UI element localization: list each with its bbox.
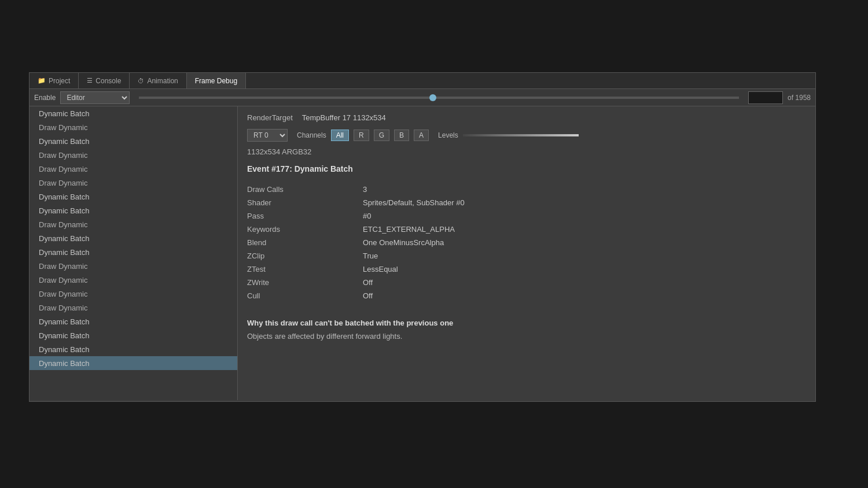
list-item[interactable]: Dynamic Batch xyxy=(30,106,237,120)
property-label: ZClip xyxy=(247,249,363,263)
levels-slider-fill xyxy=(463,134,579,136)
event-list[interactable]: Dynamic Batch Draw Dynamic Dynamic Batch… xyxy=(30,106,237,400)
property-row: CullOff xyxy=(247,289,806,302)
property-row: Draw Calls3 xyxy=(247,183,806,196)
batch-warning-desc: Objects are affected by different forwar… xyxy=(247,332,806,341)
property-value: One OneMinusSrcAlpha xyxy=(363,236,806,249)
tab-bar: 📁 Project ☰ Console ⏱ Animation Frame De… xyxy=(30,73,815,89)
tab-frame-debug-label: Frame Debug xyxy=(195,77,237,85)
property-row: ZWriteOff xyxy=(247,276,806,289)
levels-slider[interactable] xyxy=(463,134,579,136)
batch-info: Why this draw call can't be batched with… xyxy=(247,314,806,341)
frame-input[interactable]: 177 xyxy=(748,91,783,104)
tab-project-label: Project xyxy=(49,77,70,85)
tab-animation[interactable]: ⏱ Animation xyxy=(130,73,186,88)
animation-icon: ⏱ xyxy=(138,77,144,84)
console-icon: ☰ xyxy=(87,77,93,84)
list-item[interactable]: Dynamic Batch xyxy=(30,204,237,217)
rt-dropdown[interactable]: RT 0 xyxy=(247,129,288,142)
property-row: BlendOne OneMinusSrcAlpha xyxy=(247,236,806,249)
property-label: Draw Calls xyxy=(247,183,363,196)
property-value: True xyxy=(363,249,806,263)
list-item[interactable]: Draw Dynamic xyxy=(30,148,237,162)
property-value: Sprites/Default, SubShader #0 xyxy=(363,196,806,209)
right-panel: RenderTarget TempBuffer 17 1132x534 RT 0… xyxy=(238,106,815,400)
list-item[interactable]: Draw Dynamic xyxy=(30,120,237,134)
list-item[interactable]: Dynamic Batch xyxy=(30,134,237,148)
property-value: LessEqual xyxy=(363,263,806,276)
channel-btn-all[interactable]: All xyxy=(331,130,349,141)
channel-btn-b[interactable]: B xyxy=(394,130,409,141)
main-window: 📁 Project ☰ Console ⏱ Animation Frame De… xyxy=(29,72,816,402)
property-value: #0 xyxy=(363,209,806,223)
tab-console-label: Console xyxy=(95,77,121,85)
property-value: 3 xyxy=(363,183,806,196)
channel-btn-a[interactable]: A xyxy=(414,130,429,141)
tab-project[interactable]: 📁 Project xyxy=(30,73,79,88)
property-row: KeywordsETC1_EXTERNAL_ALPHA xyxy=(247,223,806,236)
left-panel: Dynamic Batch Draw Dynamic Dynamic Batch… xyxy=(30,106,238,400)
property-row: ZClipTrue xyxy=(247,249,806,263)
list-item[interactable]: Draw Dynamic xyxy=(30,217,237,231)
property-label: ZWrite xyxy=(247,276,363,289)
channel-btn-r[interactable]: R xyxy=(354,130,369,141)
render-target-row: RenderTarget TempBuffer 17 1132x534 xyxy=(247,113,806,122)
list-item[interactable]: Dynamic Batch xyxy=(30,231,237,245)
project-icon: 📁 xyxy=(38,77,46,84)
tab-console[interactable]: ☰ Console xyxy=(79,73,130,88)
list-item[interactable]: Dynamic Batch xyxy=(30,190,237,204)
property-value: Off xyxy=(363,289,806,302)
list-item-selected[interactable]: Dynamic Batch xyxy=(30,356,237,370)
content-area: Dynamic Batch Draw Dynamic Dynamic Batch… xyxy=(30,106,815,400)
list-item[interactable]: Draw Dynamic xyxy=(30,162,237,176)
property-label: Blend xyxy=(247,236,363,249)
resolution-text: 1132x534 ARGB32 xyxy=(247,147,806,156)
channels-label: Channels xyxy=(297,131,326,139)
property-label: Cull xyxy=(247,289,363,302)
channels-row: RT 0 Channels All R G B A Levels xyxy=(247,129,806,142)
levels-label: Levels xyxy=(438,131,458,139)
frame-slider-track[interactable] xyxy=(139,97,739,99)
list-item[interactable]: Draw Dynamic xyxy=(30,273,237,287)
list-item[interactable]: Dynamic Batch xyxy=(30,245,237,259)
property-label: Keywords xyxy=(247,223,363,236)
list-item[interactable]: Dynamic Batch xyxy=(30,315,237,328)
property-row: Pass#0 xyxy=(247,209,806,223)
list-item[interactable]: Draw Dynamic xyxy=(30,176,237,190)
property-row: ZTestLessEqual xyxy=(247,263,806,276)
enable-label: Enable xyxy=(34,94,56,102)
property-label: Pass xyxy=(247,209,363,223)
list-item[interactable]: Draw Dynamic xyxy=(30,259,237,273)
tab-animation-label: Animation xyxy=(147,77,178,85)
tab-frame-debug[interactable]: Frame Debug xyxy=(187,73,246,88)
event-title: Event #177: Dynamic Batch xyxy=(247,164,806,173)
list-item[interactable]: Dynamic Batch xyxy=(30,342,237,356)
property-label: ZTest xyxy=(247,263,363,276)
property-row: ShaderSprites/Default, SubShader #0 xyxy=(247,196,806,209)
list-item[interactable]: Dynamic Batch xyxy=(30,328,237,342)
list-item[interactable]: Draw Dynamic xyxy=(30,287,237,301)
frame-total: of 1958 xyxy=(788,94,811,102)
render-target-value: TempBuffer 17 1132x534 xyxy=(302,113,386,122)
list-item[interactable]: Draw Dynamic xyxy=(30,301,237,315)
batch-warning-title: Why this draw call can't be batched with… xyxy=(247,319,806,327)
render-target-label: RenderTarget xyxy=(247,113,293,122)
frame-slider-container xyxy=(134,97,744,99)
properties-table: Draw Calls3ShaderSprites/Default, SubSha… xyxy=(247,183,806,302)
channel-btn-g[interactable]: G xyxy=(374,130,389,141)
property-value: ETC1_EXTERNAL_ALPHA xyxy=(363,223,806,236)
property-label: Shader xyxy=(247,196,363,209)
property-value: Off xyxy=(363,276,806,289)
editor-dropdown[interactable]: Editor xyxy=(60,91,130,104)
frame-slider-thumb[interactable] xyxy=(429,94,436,101)
toolbar: Enable Editor 177 of 1958 xyxy=(30,89,815,106)
